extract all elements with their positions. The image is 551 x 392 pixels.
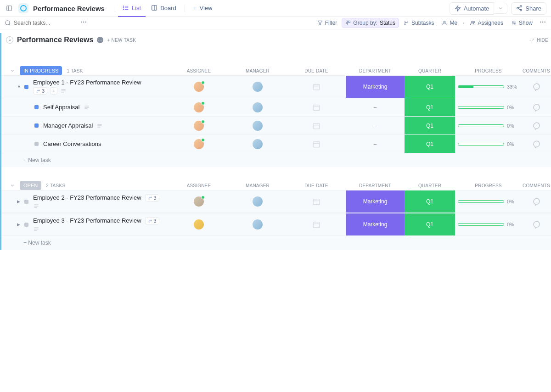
- new-task-button[interactable]: + New task: [1, 153, 551, 167]
- subtasks-button[interactable]: Subtasks: [400, 18, 437, 28]
- subtask-count[interactable]: 3: [33, 87, 47, 95]
- panel-toggle-icon[interactable]: [5, 4, 14, 13]
- assignee-cell[interactable]: [169, 213, 228, 235]
- department-cell[interactable]: Marketing: [346, 76, 405, 98]
- manager-cell[interactable]: [228, 76, 287, 98]
- task-title[interactable]: Employee 2 - FY23 Performance Review: [33, 194, 141, 201]
- due-date-cell[interactable]: [287, 213, 346, 235]
- due-date-cell[interactable]: [287, 135, 346, 153]
- column-manager[interactable]: MANAGER: [228, 68, 287, 73]
- tab-board[interactable]: Board: [146, 0, 181, 17]
- tab-list[interactable]: List: [118, 0, 146, 17]
- column-due-date[interactable]: DUE DATE: [287, 183, 346, 188]
- column-assignee[interactable]: ASSIGNEE: [169, 68, 228, 73]
- status-square[interactable]: [34, 105, 39, 109]
- column-progress[interactable]: PROGRESS: [455, 68, 522, 73]
- comments-cell[interactable]: [522, 135, 551, 153]
- comments-cell[interactable]: [522, 76, 551, 98]
- manager-cell[interactable]: [228, 98, 287, 116]
- comments-cell[interactable]: [522, 98, 551, 116]
- quarter-cell[interactable]: Q1: [405, 190, 455, 213]
- assignee-cell[interactable]: [169, 98, 228, 116]
- me-button[interactable]: Me: [439, 18, 461, 28]
- group-collapse-icon[interactable]: [10, 67, 17, 74]
- task-title[interactable]: Self Appraisal: [43, 104, 80, 111]
- new-task-button[interactable]: + New task: [1, 236, 551, 250]
- column-comments[interactable]: COMMENTS: [522, 183, 551, 188]
- tab-add-view[interactable]: + View: [189, 0, 217, 17]
- hide-button[interactable]: HIDE: [529, 37, 548, 43]
- filter-button[interactable]: Filter: [314, 18, 341, 28]
- manager-cell[interactable]: [228, 117, 287, 134]
- quarter-cell[interactable]: Q1: [405, 135, 455, 153]
- subtask-count[interactable]: 3: [145, 194, 159, 202]
- task-title[interactable]: Employee 1 - FY23 Performance Review: [33, 79, 141, 86]
- column-progress[interactable]: PROGRESS: [455, 183, 522, 188]
- department-cell[interactable]: –: [346, 117, 405, 134]
- assignees-button[interactable]: Assignees: [467, 18, 506, 28]
- task-title[interactable]: Employee 3 - FY23 Performance Review: [33, 217, 141, 224]
- status-square[interactable]: [24, 200, 28, 204]
- manager-cell[interactable]: [228, 213, 287, 235]
- column-department[interactable]: DEPARTMENT: [346, 68, 405, 73]
- share-button[interactable]: Share: [511, 2, 546, 15]
- group-by-button[interactable]: Group by: Status: [342, 18, 399, 28]
- comments-cell[interactable]: [522, 190, 551, 213]
- progress-cell[interactable]: 0%: [455, 117, 522, 134]
- manager-cell[interactable]: [228, 190, 287, 213]
- more-icon[interactable]: [80, 18, 87, 28]
- column-comments[interactable]: COMMENTS: [522, 68, 551, 73]
- department-cell[interactable]: –: [346, 98, 405, 116]
- automate-dropdown[interactable]: [494, 3, 507, 14]
- column-manager[interactable]: MANAGER: [228, 183, 287, 188]
- status-square[interactable]: [34, 142, 39, 146]
- expand-caret-icon[interactable]: ▼: [17, 84, 22, 89]
- column-due-date[interactable]: DUE DATE: [287, 68, 346, 73]
- column-quarter[interactable]: QUARTER: [405, 183, 455, 188]
- progress-cell[interactable]: 0%: [455, 135, 522, 153]
- list-name[interactable]: Performance Reviews: [17, 36, 93, 44]
- department-cell[interactable]: Marketing: [346, 213, 405, 235]
- task-row[interactable]: Career Conversations – Q1 0%: [1, 135, 551, 153]
- search-input[interactable]: [14, 20, 78, 26]
- quarter-cell[interactable]: Q1: [405, 76, 455, 98]
- manager-cell[interactable]: [228, 135, 287, 153]
- task-row[interactable]: ▼ Employee 1 - FY23 Performance Review 3…: [1, 75, 551, 98]
- comments-cell[interactable]: [522, 213, 551, 235]
- status-square[interactable]: [24, 85, 28, 89]
- space-icon[interactable]: [18, 3, 28, 13]
- expand-caret-icon[interactable]: ▶: [17, 199, 22, 204]
- new-task-link[interactable]: + NEW TASK: [107, 38, 136, 43]
- progress-cell[interactable]: 33%: [455, 76, 522, 98]
- task-title[interactable]: Manager Appraisal: [43, 122, 93, 129]
- task-row[interactable]: ▶ Employee 3 - FY23 Performance Review 3…: [1, 213, 551, 236]
- assignee-cell[interactable]: [169, 135, 228, 153]
- due-date-cell[interactable]: [287, 190, 346, 213]
- department-cell[interactable]: –: [346, 135, 405, 153]
- info-icon[interactable]: ⋯: [97, 37, 103, 43]
- quarter-cell[interactable]: Q1: [405, 213, 455, 235]
- quarter-cell[interactable]: Q1: [405, 117, 455, 134]
- assignee-cell[interactable]: [169, 117, 228, 134]
- expand-caret-icon[interactable]: ▶: [17, 222, 22, 227]
- progress-cell[interactable]: 0%: [455, 98, 522, 116]
- quarter-cell[interactable]: Q1: [405, 98, 455, 116]
- status-square[interactable]: [24, 223, 28, 227]
- column-quarter[interactable]: QUARTER: [405, 68, 455, 73]
- task-row[interactable]: Self Appraisal – Q1 0%: [1, 98, 551, 117]
- progress-cell[interactable]: 0%: [455, 213, 522, 235]
- task-title[interactable]: Career Conversations: [43, 140, 101, 147]
- status-badge[interactable]: IN PROGRESS: [20, 66, 62, 75]
- add-subtask-button[interactable]: +: [50, 87, 57, 95]
- due-date-cell[interactable]: [287, 98, 346, 116]
- automate-button[interactable]: Automate: [450, 2, 495, 15]
- comments-cell[interactable]: [522, 117, 551, 134]
- status-badge[interactable]: OPEN: [20, 181, 41, 190]
- toolbar-more-icon[interactable]: [539, 18, 546, 28]
- column-department[interactable]: DEPARTMENT: [346, 183, 405, 188]
- collapse-list-icon[interactable]: [6, 36, 13, 44]
- assignee-cell[interactable]: [169, 76, 228, 98]
- column-assignee[interactable]: ASSIGNEE: [169, 183, 228, 188]
- department-cell[interactable]: Marketing: [346, 190, 405, 213]
- due-date-cell[interactable]: [287, 76, 346, 98]
